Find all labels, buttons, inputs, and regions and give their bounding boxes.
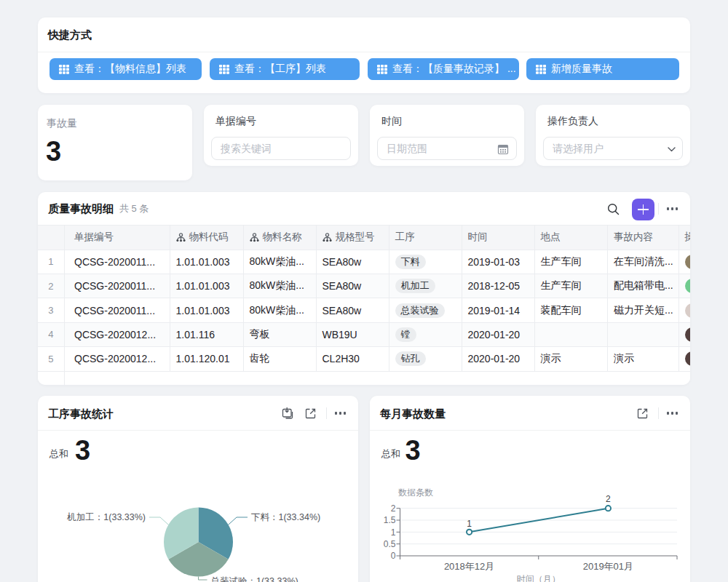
- svg-text:时间（月）: 时间（月）: [517, 574, 561, 582]
- svg-text:2018年12月: 2018年12月: [444, 561, 494, 572]
- svg-text:2: 2: [606, 494, 611, 504]
- svg-text:下料：1(33.34%): 下料：1(33.34%): [251, 512, 320, 522]
- svg-text:1: 1: [467, 519, 472, 529]
- svg-text:总装试验：1(33.33%): 总装试验：1(33.33%): [210, 576, 298, 582]
- svg-text:数据条数: 数据条数: [398, 487, 433, 498]
- svg-text:机加工：1(33.33%): 机加工：1(33.33%): [66, 512, 146, 522]
- svg-text:0: 0: [391, 551, 396, 561]
- svg-text:1: 1: [391, 527, 396, 538]
- svg-text:0.5: 0.5: [384, 539, 396, 549]
- svg-text:2: 2: [391, 503, 396, 514]
- svg-text:2019年01月: 2019年01月: [583, 561, 633, 572]
- svg-text:1.5: 1.5: [384, 515, 396, 525]
